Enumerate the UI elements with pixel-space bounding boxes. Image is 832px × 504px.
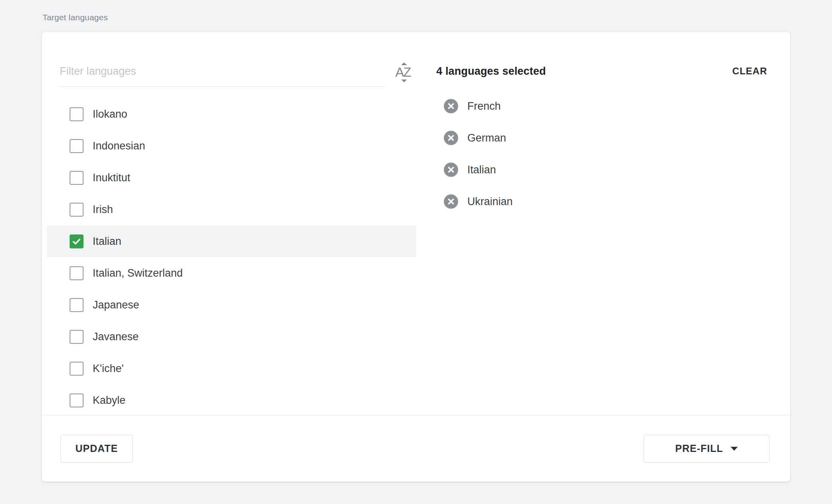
selected-language-item: Ukrainian (436, 186, 767, 217)
language-list-item[interactable]: Irish (47, 194, 416, 225)
sort-arrow-down-icon (401, 79, 407, 82)
language-label: K'iche' (93, 362, 124, 375)
x-icon (447, 134, 455, 142)
language-list-item[interactable]: Italian (47, 225, 416, 257)
checkmark-icon (72, 236, 82, 246)
selected-language-item: German (436, 122, 767, 154)
caret-down-icon (731, 447, 738, 451)
language-label: Javanese (93, 331, 139, 343)
language-checkbox[interactable] (70, 330, 84, 344)
language-label: Irish (93, 204, 113, 216)
language-list-item[interactable]: Ilokano (47, 98, 416, 130)
selected-language-label: Italian (467, 164, 496, 176)
clear-button[interactable]: CLEAR (732, 66, 767, 77)
selected-languages-column: 4 languages selected CLEAR French German (436, 32, 767, 217)
language-label: Inuktitut (93, 172, 130, 184)
language-label: Kabyle (93, 394, 126, 407)
selected-language-item: French (436, 90, 767, 122)
x-icon (447, 198, 455, 205)
remove-language-icon[interactable] (444, 131, 458, 145)
filter-field (60, 62, 385, 87)
language-label: Indonesian (93, 140, 145, 152)
language-list-item[interactable]: Kabyle (47, 384, 416, 416)
language-list-item[interactable]: Inuktitut (47, 162, 416, 194)
x-icon (447, 166, 455, 174)
language-list-item[interactable]: Japanese (47, 289, 416, 321)
selected-language-label: French (467, 100, 501, 112)
language-checkbox[interactable] (70, 298, 84, 312)
selected-count-label: 4 languages selected (436, 65, 546, 78)
language-label: Italian (93, 235, 121, 248)
language-list: Ilokano Indonesian Inuktitut Irish (47, 98, 416, 416)
language-list-item[interactable]: Javanese (47, 321, 416, 353)
language-list-item[interactable]: Indonesian (47, 130, 416, 162)
language-checkbox[interactable] (70, 394, 84, 407)
language-checkbox[interactable] (70, 203, 84, 217)
language-checkbox[interactable] (70, 362, 84, 376)
selected-language-item: Italian (436, 154, 767, 186)
language-checkbox[interactable] (70, 139, 84, 153)
language-checkbox[interactable] (70, 171, 84, 185)
panel-footer: UPDATE PRE-FILL (42, 415, 790, 482)
language-list-item[interactable]: Italian, Switzerland (47, 257, 416, 289)
language-checkbox[interactable] (70, 107, 84, 121)
update-button[interactable]: UPDATE (60, 435, 133, 463)
language-list-item[interactable]: K'iche' (47, 353, 416, 384)
pre-fill-button[interactable]: PRE-FILL (643, 435, 770, 463)
language-label: Japanese (93, 299, 139, 311)
selected-language-label: German (467, 132, 506, 144)
language-list-column: AZ Ilokano Indonesian Inuktitut (47, 32, 416, 416)
sort-alphabetical-icon[interactable]: AZ (391, 61, 415, 84)
remove-language-icon[interactable] (444, 163, 458, 177)
selected-header-row: 4 languages selected CLEAR (436, 62, 767, 80)
target-languages-panel: AZ Ilokano Indonesian Inuktitut (42, 32, 790, 482)
filter-languages-input[interactable] (60, 62, 385, 80)
language-label: Italian, Switzerland (93, 267, 183, 279)
remove-language-icon[interactable] (444, 99, 458, 113)
remove-language-icon[interactable] (444, 194, 458, 209)
pre-fill-label: PRE-FILL (675, 443, 723, 454)
sort-letters: AZ (395, 66, 410, 78)
page-title: Target languages (43, 11, 108, 24)
language-checkbox[interactable] (70, 235, 84, 248)
language-checkbox[interactable] (70, 266, 84, 280)
selected-language-label: Ukrainian (467, 196, 513, 208)
language-label: Ilokano (93, 108, 127, 120)
x-icon (447, 102, 455, 110)
selected-language-list: French German Italian Ukrainian (436, 90, 767, 217)
